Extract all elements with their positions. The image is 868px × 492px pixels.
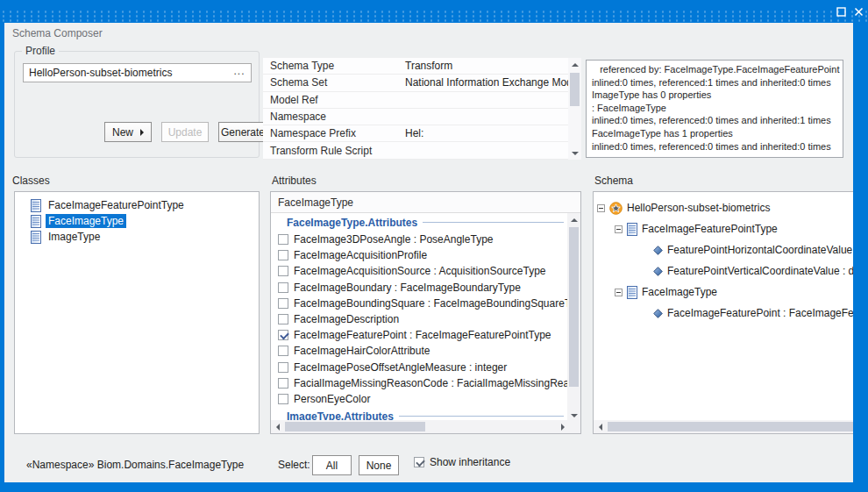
attribute-label: FaceImageAcquisitionSource : Acquisition…: [294, 265, 546, 277]
class-list-item[interactable]: ImageType: [15, 229, 259, 245]
attribute-item[interactable]: FaceImageFeaturePoint : FaceImageFeature…: [271, 327, 567, 343]
maximize-button[interactable]: [831, 2, 850, 21]
info-line: referenced by: FaceImageType.FaceImageFe…: [592, 63, 837, 76]
dialog-title: Schema Composer: [12, 27, 103, 39]
generate-button[interactable]: Generate: [218, 122, 267, 142]
schema-tree-row[interactable]: FaceImageFeaturePoint : FaceImageFeature…: [594, 303, 853, 324]
scroll-down-arrow-icon[interactable]: [568, 146, 581, 160]
tree-collapse-toggle[interactable]: [597, 204, 605, 212]
attribute-checkbox[interactable]: [278, 346, 288, 356]
attribute-checkbox[interactable]: [278, 298, 288, 309]
attribute-item[interactable]: FaceImageDescription: [271, 311, 567, 327]
tree-node-label: FaceImageFeaturePoint : FaceImageFeature…: [667, 307, 853, 319]
schema-tree-row[interactable]: FaceImageType: [594, 282, 853, 303]
section-rule: [423, 222, 564, 223]
profile-icon: [609, 202, 623, 215]
attribute-item[interactable]: FaceImagePoseOffsetAngleMeasure : intege…: [271, 360, 567, 375]
scrollbar-thumb[interactable]: [569, 227, 579, 387]
scroll-left-arrow-icon[interactable]: [594, 420, 607, 433]
attribute-checkbox[interactable]: [278, 394, 288, 404]
generate-button-label: Generate: [221, 126, 265, 139]
tree-collapse-toggle[interactable]: [615, 225, 623, 233]
attribute-item[interactable]: FaceImageAcquisitionSource : Acquisition…: [271, 263, 567, 279]
profile-name-value: HelloPerson-subset-biometrics: [24, 67, 228, 79]
attributes-panel: FaceImageType FaceImageType.AttributesFa…: [270, 191, 581, 434]
property-row[interactable]: Namespace PrefixHel:: [263, 125, 568, 142]
update-button[interactable]: Update: [161, 122, 209, 142]
classes-list[interactable]: FaceImageFeaturePointTypeFaceImageTypeIm…: [14, 191, 260, 434]
property-value[interactable]: Transform: [402, 60, 568, 72]
select-none-button[interactable]: None: [359, 455, 399, 475]
attribute-checkbox[interactable]: [278, 282, 288, 293]
property-name: Schema Set: [263, 76, 402, 89]
attribute-checkbox[interactable]: [278, 362, 288, 373]
property-name: Schema Type: [263, 60, 402, 72]
schema-horizontal-scrollbar[interactable]: [594, 420, 853, 433]
class-icon: [31, 199, 41, 212]
reference-info-panel: referenced by: FaceImageType.FaceImageFe…: [586, 60, 843, 158]
profile-groupbox: Profile HelloPerson-subset-biometrics ..…: [14, 51, 260, 158]
scrollbar-thumb[interactable]: [285, 422, 425, 431]
attribute-checkbox[interactable]: [278, 314, 288, 324]
class-list-item[interactable]: FaceImageFeaturePointType: [15, 197, 259, 213]
schema-tree[interactable]: HelloPerson-subset-biometricsFaceImageFe…: [594, 192, 853, 420]
schema-panel: HelloPerson-subset-biometricsFaceImageFe…: [593, 191, 853, 434]
schema-tree-row[interactable]: FaceImageFeaturePointType: [594, 218, 853, 239]
attribute-checkbox[interactable]: [278, 250, 288, 260]
attribute-item[interactable]: FaceImage3DPoseAngle : PoseAngleType: [271, 232, 567, 247]
attribute-item[interactable]: FaceImageHairColorAttribute: [271, 343, 567, 359]
attributes-horizontal-scrollbar[interactable]: [271, 420, 569, 433]
scrollbar-corner: [567, 420, 580, 433]
attribute-item[interactable]: FaceImageBoundary : FaceImageBoundaryTyp…: [271, 280, 567, 296]
attribute-checkbox[interactable]: [278, 378, 288, 389]
class-icon: [31, 231, 41, 244]
schema-tree-row[interactable]: HelloPerson-subset-biometrics: [594, 197, 853, 218]
attribute-label: FacialImageMissingReasonCode : FacialIma…: [294, 377, 567, 389]
scrollbar-thumb[interactable]: [570, 73, 580, 106]
schema-tree-row[interactable]: FeaturePointVerticalCoordinateValue : de…: [594, 260, 853, 282]
select-none-label: None: [366, 460, 392, 472]
scrollbar-thumb[interactable]: [608, 422, 853, 431]
section-rule: [399, 416, 564, 417]
attribute-checkbox[interactable]: [278, 266, 288, 276]
property-value[interactable]: Hel:: [402, 127, 568, 139]
info-line: FaceImageType has 1 properties: [592, 127, 837, 140]
browse-profile-button[interactable]: ...: [228, 65, 251, 81]
close-button[interactable]: [849, 2, 868, 21]
maximize-icon: [836, 7, 846, 17]
property-row[interactable]: Namespace: [263, 109, 568, 125]
tree-node-label: FaceImageType: [642, 286, 717, 298]
class-list-item[interactable]: FaceImageType: [15, 213, 259, 229]
property-row[interactable]: Schema SetNational Information Exchange …: [263, 75, 568, 91]
titlebar-texture: [0, 10, 868, 23]
attribute-item[interactable]: PersonEyeColor: [271, 391, 567, 407]
profile-name-field[interactable]: HelloPerson-subset-biometrics ...: [23, 63, 252, 82]
property-row[interactable]: Transform Rule Script: [263, 142, 568, 159]
scroll-up-arrow-icon[interactable]: [568, 58, 581, 71]
attribute-item[interactable]: FacialImageMissingReasonCode : FacialIma…: [271, 375, 567, 391]
show-inheritance-checkbox[interactable]: [414, 457, 424, 467]
property-grid-vertical-scrollbar[interactable]: [568, 58, 581, 160]
select-all-label: All: [326, 460, 338, 472]
attributes-vertical-scrollbar[interactable]: [567, 213, 580, 422]
attribute-item[interactable]: FaceImageBoundingSquare : FaceImageBound…: [271, 296, 567, 311]
class-item-label: ImageType: [46, 230, 103, 244]
attribute-checkbox[interactable]: [278, 234, 288, 245]
new-button[interactable]: New: [104, 122, 152, 142]
tree-collapse-toggle[interactable]: [615, 289, 623, 296]
scroll-up-arrow-icon[interactable]: [567, 213, 580, 226]
attribute-label: FaceImageAcquisitionProfile: [294, 249, 427, 261]
property-row[interactable]: Model Ref: [263, 92, 568, 109]
attribute-checkbox[interactable]: [278, 330, 288, 340]
attribute-item[interactable]: FaceImageAcquisitionProfile: [271, 247, 567, 263]
property-value[interactable]: National Information Exchange Mod...: [402, 76, 568, 89]
title-bar: [0, 0, 868, 23]
select-all-button[interactable]: All: [312, 455, 352, 475]
property-name: Namespace Prefix: [263, 127, 402, 139]
info-line: ImageType has 0 properties: [592, 89, 837, 102]
property-name: Model Ref: [263, 94, 402, 106]
show-inheritance-control[interactable]: Show inheritance: [414, 456, 510, 468]
property-row[interactable]: Schema TypeTransform: [263, 58, 568, 75]
scroll-left-arrow-icon[interactable]: [271, 420, 284, 433]
schema-tree-row[interactable]: FeaturePointHorizontalCoordinateValue : …: [594, 239, 853, 260]
